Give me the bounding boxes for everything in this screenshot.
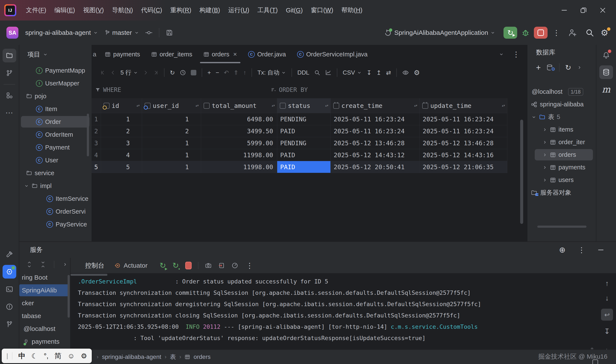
problems-tool-button[interactable] — [2, 300, 16, 313]
branch-switcher[interactable]: master — [101, 29, 142, 36]
table-row[interactable]: 1 1 1 6498.00 PENDING 2025-05-11 16:23:2… — [92, 113, 527, 125]
project-avatar[interactable]: SA — [6, 27, 18, 39]
refresh-icon[interactable]: ↻ — [565, 63, 571, 72]
column-header-id[interactable]: id ▲▼ — [101, 98, 142, 113]
project-item-service[interactable]: service — [19, 167, 92, 180]
service-spring-boot[interactable]: ring Boot — [19, 271, 70, 284]
expand-all-icon[interactable] — [27, 261, 32, 268]
project-panel-header[interactable]: 项目 — [19, 45, 92, 64]
build-tool-button[interactable] — [2, 247, 16, 261]
project-item-impl[interactable]: impl — [19, 180, 92, 192]
sort-icon[interactable]: ▲▼ — [196, 104, 199, 107]
tab-orders[interactable]: orders × — [198, 45, 243, 64]
project-item-payment[interactable]: CPayment — [19, 141, 92, 154]
project-item-usermapper[interactable]: IUserMapper — [19, 77, 92, 90]
db-connection-localhost[interactable]: @localhost1/18 — [527, 85, 596, 98]
service-database[interactable]: tabase — [19, 310, 70, 322]
menu-run[interactable]: 运行(U) — [224, 6, 253, 14]
next-page-icon[interactable] — [143, 70, 149, 75]
selected-cell[interactable]: PAID — [277, 161, 331, 173]
thread-dump-icon[interactable] — [205, 262, 212, 269]
services-tool-button[interactable] — [2, 265, 16, 279]
project-item-order[interactable]: COrder — [19, 115, 92, 128]
table-row[interactable]: 3 3 1 5999.00 PENDING 2025-05-12 13:46:2… — [92, 137, 527, 149]
where-filter[interactable]: WHERE — [95, 86, 121, 93]
open-log-icon[interactable] — [218, 262, 225, 269]
stop-icon[interactable] — [185, 262, 192, 269]
db-table-users[interactable]: users — [527, 174, 596, 186]
tab-list-chevron-icon[interactable] — [499, 52, 504, 57]
save-all-button[interactable] — [163, 29, 176, 36]
more-tools-button[interactable]: ⋯ — [2, 106, 16, 120]
project-item-pojo[interactable]: pojo — [19, 90, 92, 103]
panel-options-icon[interactable]: ⋮ — [578, 246, 585, 254]
history-icon[interactable] — [180, 69, 186, 76]
close-tab-icon[interactable]: × — [233, 51, 237, 58]
download-icon[interactable]: ↧ — [367, 69, 371, 76]
sort-icon[interactable]: ▲▼ — [137, 104, 140, 107]
console-output[interactable]: .OrderServiceImpl : Order status updated… — [70, 273, 616, 349]
service-payments[interactable]: payments — [19, 335, 70, 348]
menu-navigate[interactable]: 导航(N) — [108, 6, 137, 14]
services-scrollbar[interactable] — [68, 275, 70, 318]
scroll-to-end-icon[interactable]: ↧ — [604, 327, 610, 336]
find-icon[interactable] — [314, 69, 320, 76]
settings-button[interactable]: ⚙ — [599, 28, 610, 38]
project-item-paymentmapper[interactable]: IPaymentMapp — [19, 64, 92, 77]
menu-refactor[interactable]: 重构(R) — [166, 6, 195, 14]
locate-icon[interactable]: ⊕ — [559, 246, 565, 254]
db-table-items[interactable]: items — [527, 123, 596, 136]
project-item-orderservice[interactable]: COrderServi — [19, 205, 92, 218]
tab-payments[interactable]: payments — [99, 45, 146, 64]
service-localhost[interactable]: @localhost — [19, 322, 70, 335]
scroll-down-icon[interactable]: ↓ — [605, 294, 609, 302]
chevron-right-icon[interactable] — [62, 262, 68, 267]
commit-tool-button[interactable] — [2, 66, 16, 80]
sort-icon[interactable]: ▲▼ — [414, 104, 417, 107]
delete-row-icon[interactable]: − — [216, 69, 219, 76]
project-item-item[interactable]: CItem — [19, 103, 92, 115]
export-format-select[interactable]: CSV — [343, 69, 362, 76]
table-row[interactable]: 4 4 1 11998.00 PAID 2025-05-12 14:43:12 … — [92, 149, 527, 161]
collapse-all-icon[interactable] — [40, 261, 46, 268]
maven-tool-button[interactable]: m — [599, 82, 613, 96]
close-button[interactable] — [599, 6, 607, 14]
search-everywhere-button[interactable] — [582, 28, 597, 37]
restore-button[interactable] — [580, 6, 587, 14]
ime-punctuation[interactable]: °, — [44, 352, 48, 360]
tx-mode-select[interactable]: Tx: 自动 — [257, 69, 286, 77]
column-header-total-amount[interactable]: total_amount ▲▼ — [201, 98, 277, 113]
structure-tool-button[interactable] — [2, 89, 16, 102]
project-item-user[interactable]: CUser — [19, 154, 92, 167]
ime-settings-icon[interactable]: ⚙ — [81, 352, 87, 360]
chart-icon[interactable] — [325, 69, 331, 76]
tab-orderserviceimpl-java[interactable]: C OrderServiceImpl.java — [291, 45, 373, 64]
stop-button[interactable] — [534, 27, 548, 39]
sort-icon[interactable]: ▲▼ — [502, 104, 505, 107]
console-options-icon[interactable]: ⋮ — [245, 261, 253, 270]
menu-build[interactable]: 构建(B) — [195, 6, 224, 14]
run-config-name[interactable]: SpringAiAlibabaAgentApplication — [394, 29, 488, 36]
sort-icon[interactable]: ▲▼ — [325, 104, 328, 107]
view-options-icon[interactable] — [402, 69, 409, 76]
minimize-button[interactable] — [560, 6, 568, 14]
chevron-right-icon[interactable] — [577, 65, 582, 70]
db-schema[interactable]: springai-alibaba — [527, 98, 596, 111]
db-table-payments[interactable]: payments — [527, 161, 596, 174]
tab-order-java[interactable]: C Order.java — [243, 45, 291, 64]
db-tables-group[interactable]: 表5 — [527, 111, 596, 123]
menu-edit[interactable]: 编辑(E) — [50, 6, 79, 14]
add-row-icon[interactable]: + — [207, 69, 211, 76]
terminal-tool-button[interactable] — [2, 282, 16, 296]
compare-icon[interactable]: ⇄ — [386, 69, 391, 76]
ime-language[interactable]: 中 — [18, 351, 26, 361]
project-tool-button[interactable] — [2, 49, 16, 62]
debug-button[interactable] — [519, 28, 532, 37]
tab-clipped[interactable]: a — [92, 51, 99, 58]
tab-order-items[interactable]: order_items — [146, 45, 198, 64]
project-switcher[interactable]: spring-ai-alibaba-agent — [22, 29, 101, 36]
refresh-icon[interactable]: ↻ — [170, 69, 175, 76]
page-size-select[interactable]: 5 行 — [120, 69, 138, 77]
tab-console[interactable]: 控制台 — [82, 261, 108, 270]
hide-panel-icon[interactable] — [598, 247, 604, 253]
